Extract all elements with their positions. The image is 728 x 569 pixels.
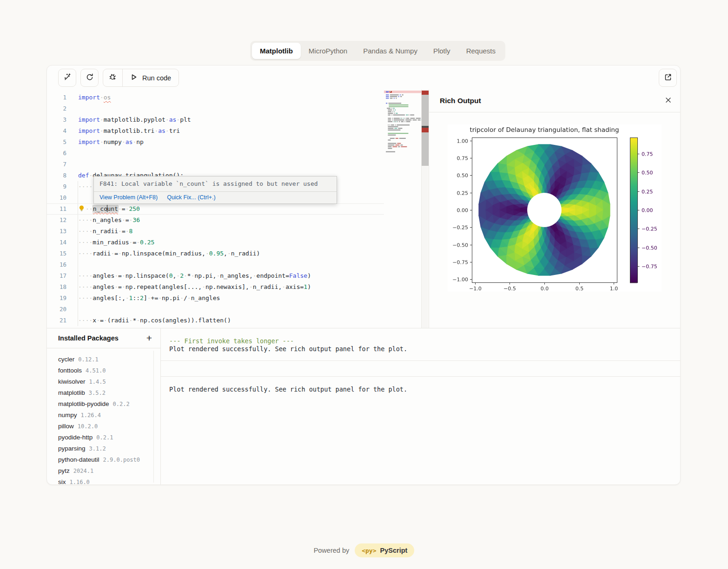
editor-scrollbar[interactable] [421, 90, 428, 328]
code-lines: 1import·os23import·matplotlib.pyplot·as·… [47, 92, 421, 326]
package-item: pyparsing3.1.2 [58, 443, 160, 454]
error-mark-line11 [422, 128, 429, 132]
lint-tooltip: F841: Local variable `n_count` is assign… [93, 176, 337, 204]
package-item: fonttools4.51.0 [58, 365, 160, 376]
plot-area [429, 124, 680, 292]
code-editor[interactable]: 1import·os23import·matplotlib.pyplot·as·… [47, 90, 429, 328]
console-line: --- First invoke takes longer --- [169, 337, 672, 345]
code-line-13[interactable]: 13····n_radii·=·8 [47, 226, 421, 237]
rich-output-header: Rich Output [429, 90, 680, 112]
view-problem-link[interactable]: View Problem (Alt+F8) [99, 194, 158, 201]
package-name: python-dateutil [58, 456, 99, 463]
run-code-button[interactable]: Run code [123, 69, 179, 86]
tab-micropython[interactable]: MicroPython [301, 43, 355, 59]
code-line-11[interactable]: 11··n_count·=·250 [47, 203, 421, 215]
code-line-3[interactable]: 3import·matplotlib.pyplot·as·plt [47, 114, 421, 125]
package-name: six [58, 478, 66, 484]
package-version: 0.2.2 [113, 401, 130, 407]
package-name: pyparsing [58, 445, 86, 452]
minimap[interactable] [384, 90, 421, 328]
format-code-button[interactable] [58, 69, 76, 87]
package-name: numpy [58, 412, 77, 419]
tab-pandas-numpy[interactable]: Pandas & Numpy [355, 43, 425, 59]
tab-requests[interactable]: Requests [458, 43, 503, 59]
line-number: 4 [47, 125, 66, 137]
debug-button[interactable] [103, 69, 123, 86]
package-item: matplotlib3.5.2 [58, 387, 160, 399]
code-line-5[interactable]: 5import·numpy·as·np [47, 137, 421, 148]
line-number: 6 [47, 148, 66, 159]
bug-debug-icon [108, 72, 117, 83]
code-line-17[interactable]: 17····angles·=·np.linspace(0,·2·*·np.pi,… [47, 270, 421, 281]
packages-list[interactable]: cycler0.12.1fonttools4.51.0kiwisolver1.4… [47, 348, 160, 484]
code-line-14[interactable]: 14····min_radius·=·0.25 [47, 237, 421, 248]
tab-plotly[interactable]: Plotly [425, 43, 458, 59]
package-version: 4.51.0 [86, 367, 106, 374]
console-line: Plot rendered successfully. See rich out… [169, 345, 672, 353]
package-version: 1.4.5 [89, 379, 106, 385]
quick-fix-link[interactable]: Quick Fix... (Ctrl+.) [167, 194, 216, 201]
package-item: six1.16.0 [58, 477, 160, 484]
package-item: kiwisolver1.4.5 [58, 376, 160, 387]
package-name: pillow [58, 423, 74, 430]
console-entry: Plot rendered successfully. See rich out… [161, 376, 680, 401]
py-logo: <py> [362, 547, 376, 554]
package-version: 1.16.0 [70, 479, 90, 484]
package-version: 1.26.4 [81, 412, 101, 419]
line-number: 16 [47, 259, 66, 270]
error-mark-line1 [422, 91, 429, 95]
line-number: 18 [47, 281, 66, 293]
package-version: 2024.1 [73, 468, 93, 474]
code-line-15[interactable]: 15····radii·=·np.linspace(min_radius,·0.… [47, 248, 421, 259]
text-cursor [107, 205, 108, 212]
line-number: 9 [47, 181, 66, 192]
package-item: pyodide-http0.2.1 [58, 432, 160, 443]
console-output[interactable]: --- First invoke takes longer ---Plot re… [161, 328, 680, 484]
external-link-icon [664, 73, 672, 83]
package-name: matplotlib-pyodide [58, 400, 109, 407]
play-icon [130, 73, 138, 82]
line-number: 7 [47, 159, 66, 170]
code-line-6[interactable]: 6 [47, 148, 421, 159]
open-external-button[interactable] [659, 69, 677, 87]
packages-title: Installed Packages [58, 334, 146, 342]
editor-and-output: 1import·os23import·matplotlib.pyplot·as·… [47, 90, 680, 328]
code-line-4[interactable]: 4import·matplotlib.tri·as·tri [47, 125, 421, 137]
console-entry [161, 360, 680, 376]
packages-scrollbar-track[interactable] [153, 351, 154, 483]
code-line-21[interactable]: 21····x·=·(radii·*·np.cos(angles)).flatt… [47, 315, 421, 326]
run-button-group: Run code [103, 69, 179, 87]
example-tabs-bar: MatplotlibMicroPythonPandas & NumpyPlotl… [250, 41, 505, 61]
pyscript-label: PyScript [380, 547, 408, 554]
line-number: 19 [47, 293, 66, 304]
code-line-7[interactable]: 7 [47, 159, 421, 170]
tab-matplotlib[interactable]: Matplotlib [252, 43, 301, 59]
lint-message: F841: Local variable `n_count` is assign… [94, 177, 337, 191]
package-item: python-dateutil2.9.0.post0 [58, 454, 160, 465]
code-line-1[interactable]: 1import·os [47, 92, 421, 103]
code-line-18[interactable]: 18····angles·=·np.repeat(angles[...,·np.… [47, 281, 421, 293]
code-line-20[interactable]: 20 [47, 304, 421, 315]
package-name: cycler [58, 356, 74, 363]
line-number: 13 [47, 226, 66, 237]
package-name: fonttools [58, 367, 82, 374]
package-name: matplotlib [58, 389, 85, 396]
rich-output-close-button[interactable] [665, 97, 672, 105]
code-line-2[interactable]: 2 [47, 103, 421, 114]
line-number: 15 [47, 248, 66, 259]
line-number: 2 [47, 103, 66, 114]
code-line-16[interactable]: 16 [47, 259, 421, 270]
line-number: 14 [47, 237, 66, 248]
close-icon [665, 97, 672, 105]
playground-card: Run code 1import·os23import·matplotlib.p… [46, 65, 681, 485]
add-package-button[interactable]: + [146, 334, 152, 343]
code-line-19[interactable]: 19····angles[:,·1::2]·+=·np.pi·/·n_angle… [47, 293, 421, 304]
package-item: pytz2024.1 [58, 465, 160, 477]
line-number: 17 [47, 270, 66, 281]
pyscript-badge[interactable]: <py> PyScript [355, 543, 414, 557]
rich-output-panel: Rich Output [429, 90, 680, 328]
reload-button[interactable] [80, 69, 99, 87]
code-line-12[interactable]: 12····n_angles·=·36 [47, 215, 421, 226]
package-name: kiwisolver [58, 378, 86, 385]
line-number: 11 [47, 203, 66, 215]
